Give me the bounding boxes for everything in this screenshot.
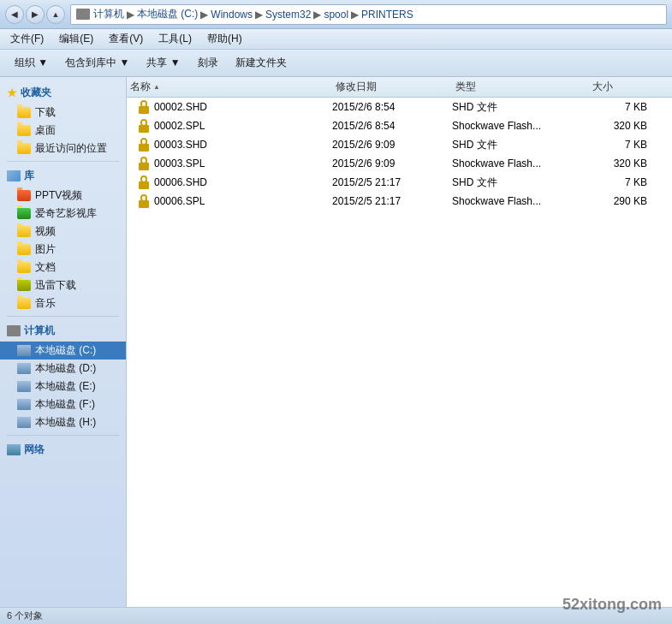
menu-file[interactable]: 文件(F) (7, 31, 47, 47)
share-button[interactable]: 共享 ▼ (139, 52, 187, 74)
sidebar-item-download[interactable]: 下载 (0, 104, 126, 122)
table-row[interactable]: 00003.SPL 2015/2/6 9:09 Shockwave Flash.… (127, 154, 672, 173)
f-drive-label: 本地磁盘 (F:) (35, 397, 95, 412)
file-size: 7 KB (589, 176, 657, 188)
address-bar: ◀ ▶ ▲ 计算机 ▶ 本地磁盘 (C:) ▶ Windows ▶ System… (0, 0, 672, 29)
burn-label: 刻录 (198, 56, 218, 70)
table-row[interactable]: 00006.SPL 2015/2/5 21:17 Shockwave Flash… (127, 192, 672, 211)
music-folder-icon (17, 298, 31, 309)
sidebar-item-d-drive[interactable]: 本地磁盘 (D:) (0, 360, 126, 377)
file-size: 7 KB (589, 101, 657, 113)
include-library-button[interactable]: 包含到库中 ▼ (57, 52, 137, 74)
column-name-label: 名称 (130, 80, 151, 94)
menu-help[interactable]: 帮助(H) (204, 31, 246, 47)
sort-arrow: ▲ (153, 83, 160, 91)
file-name: 00002.SHD (154, 101, 207, 113)
svg-rect-9 (141, 176, 146, 182)
network-header: 网络 (0, 439, 126, 461)
column-size[interactable]: 大小 (589, 80, 657, 94)
column-date-label: 修改日期 (336, 80, 377, 94)
file-type: Shockwave Flash... (452, 157, 589, 169)
back-button[interactable]: ◀ (5, 5, 24, 24)
file-name: 00003.SHD (154, 139, 207, 151)
sidebar-item-music[interactable]: 音乐 (0, 294, 126, 312)
video-folder-icon (17, 226, 31, 237)
sidebar-item-iqiyi[interactable]: 爱奇艺影视库 (0, 205, 126, 223)
up-button[interactable]: ▲ (46, 5, 65, 24)
table-row[interactable]: 00002.SHD 2015/2/6 8:54 SHD 文件 7 KB (127, 98, 672, 116)
d-drive-label: 本地磁盘 (D:) (35, 361, 96, 376)
file-list-header: 名称 ▲ 修改日期 类型 大小 (127, 77, 672, 98)
breadcrumb-c-drive[interactable]: 本地磁盘 (C:) (137, 7, 198, 21)
folder-icon (17, 125, 31, 136)
sidebar-item-pptv[interactable]: PPTV视频 (0, 187, 126, 205)
menu-edit[interactable]: 编辑(E) (56, 31, 97, 47)
breadcrumb-printers[interactable]: PRINTERS (361, 9, 413, 21)
computer-label: 计算机 (24, 324, 55, 338)
menu-view[interactable]: 查看(V) (105, 31, 146, 47)
file-size: 320 KB (589, 120, 657, 132)
column-type[interactable]: 类型 (452, 80, 589, 94)
breadcrumb-windows[interactable]: Windows (211, 9, 253, 21)
organize-button[interactable]: 组织 ▼ (7, 52, 56, 74)
breadcrumb-system32[interactable]: System32 (265, 9, 311, 21)
e-drive-label: 本地磁盘 (E:) (35, 379, 96, 394)
organize-label: 组织 ▼ (15, 56, 48, 70)
column-type-label: 类型 (455, 80, 476, 94)
file-lock-icon (137, 138, 151, 152)
breadcrumb-spool[interactable]: spool (324, 9, 348, 21)
table-row[interactable]: 00003.SHD 2015/2/6 9:09 SHD 文件 7 KB (127, 135, 672, 154)
libraries-section: 库 PPTV视频 爱奇艺影视库 视频 图片 文档 (0, 165, 126, 312)
sidebar-item-c-drive[interactable]: 本地磁盘 (C:) (0, 342, 126, 360)
column-date[interactable]: 修改日期 (332, 80, 452, 94)
navigation-buttons: ◀ ▶ ▲ (5, 5, 65, 24)
file-name: 00003.SPL (154, 157, 205, 169)
sidebar-download-label: 下载 (35, 105, 56, 120)
file-size: 320 KB (589, 157, 657, 169)
file-date: 2015/2/5 21:17 (332, 195, 452, 207)
table-row[interactable]: 00006.SHD 2015/2/5 21:17 SHD 文件 7 KB (127, 173, 672, 192)
computer-header: 计算机 (0, 320, 126, 342)
file-type: SHD 文件 (452, 100, 589, 115)
sidebar-item-video[interactable]: 视频 (0, 223, 126, 241)
folder-icon (17, 107, 31, 118)
sidebar-item-thunder[interactable]: 迅雷下载 (0, 276, 126, 294)
sidebar-item-desktop[interactable]: 桌面 (0, 122, 126, 140)
separator-3 (7, 435, 119, 436)
burn-button[interactable]: 刻录 (190, 52, 226, 74)
sidebar-item-recent[interactable]: 最近访问的位置 (0, 140, 126, 157)
file-lock-icon (137, 100, 151, 114)
sidebar-desktop-label: 桌面 (35, 123, 56, 138)
libraries-label: 库 (24, 169, 34, 183)
favorites-section: ★ 收藏夹 下载 桌面 最近访问的位置 (0, 82, 126, 157)
sidebar-item-documents[interactable]: 文档 (0, 259, 126, 276)
favorites-label: 收藏夹 (21, 86, 51, 100)
file-date: 2015/2/5 21:17 (332, 176, 452, 188)
computer-icon (76, 9, 90, 20)
menu-tools[interactable]: 工具(L) (155, 31, 195, 47)
breadcrumb-computer[interactable]: 计算机 (93, 7, 124, 21)
iqiyi-label: 爱奇艺影视库 (35, 206, 97, 221)
file-size: 290 KB (589, 195, 657, 207)
pictures-folder-icon (17, 244, 31, 255)
f-drive-icon (17, 399, 31, 410)
sidebar-item-f-drive[interactable]: 本地磁盘 (F:) (0, 395, 126, 413)
include-library-label: 包含到库中 ▼ (65, 56, 129, 70)
new-folder-button[interactable]: 新建文件夹 (228, 52, 294, 74)
sidebar-item-e-drive[interactable]: 本地磁盘 (E:) (0, 377, 126, 395)
sidebar-item-h-drive[interactable]: 本地磁盘 (H:) (0, 413, 126, 431)
table-row[interactable]: 00002.SPL 2015/2/6 8:54 Shockwave Flash.… (127, 116, 672, 135)
thunder-label: 迅雷下载 (35, 278, 76, 293)
documents-folder-icon (17, 262, 31, 273)
pptv-folder-icon (17, 190, 31, 201)
c-drive-label: 本地磁盘 (C:) (35, 343, 96, 358)
sidebar-item-pictures[interactable]: 图片 (0, 241, 126, 259)
svg-rect-1 (141, 101, 146, 107)
svg-rect-7 (141, 157, 146, 163)
separator-1 (7, 161, 119, 162)
column-name[interactable]: 名称 ▲ (127, 80, 332, 94)
breadcrumb[interactable]: 计算机 ▶ 本地磁盘 (C:) ▶ Windows ▶ System32 ▶ s… (70, 4, 667, 25)
file-date: 2015/2/6 9:09 (332, 157, 452, 169)
menu-bar: 文件(F) 编辑(E) 查看(V) 工具(L) 帮助(H) (0, 29, 672, 50)
forward-button[interactable]: ▶ (26, 5, 45, 24)
